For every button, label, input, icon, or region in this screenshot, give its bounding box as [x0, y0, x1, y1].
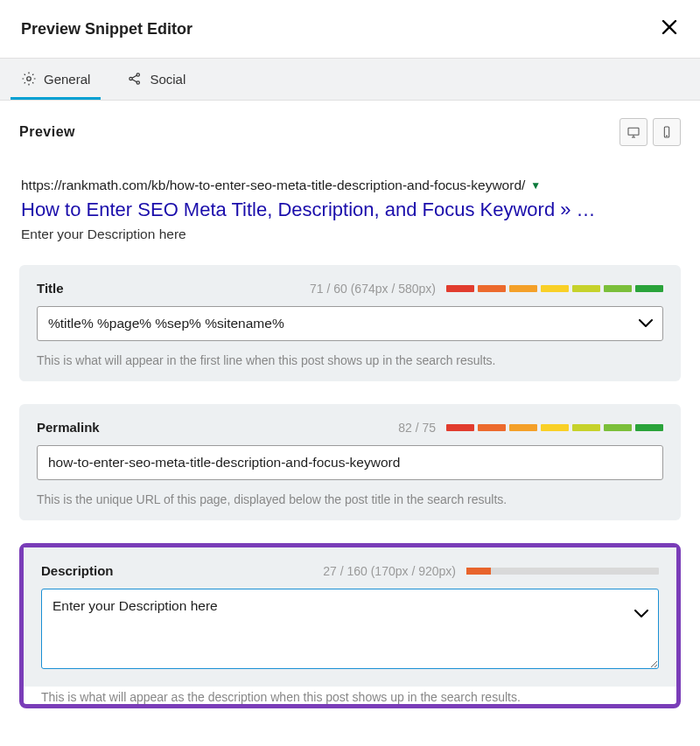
indicator-segment [572, 285, 600, 292]
serp-title: How to Enter SEO Meta Title, Description… [21, 199, 679, 221]
permalink-field-label: Permalink [37, 420, 100, 435]
gear-icon [21, 71, 37, 87]
tab-general[interactable]: General [10, 59, 101, 100]
close-icon [660, 17, 679, 37]
permalink-panel: Permalink 82 / 75 This is the unique URL… [19, 404, 681, 520]
description-panel: Description 27 / 160 (170px / 920px) [24, 547, 676, 687]
indicator-segment [478, 424, 506, 431]
description-help-text: This is what will appear as the descript… [24, 690, 676, 704]
tab-social[interactable]: Social [116, 59, 196, 100]
permalink-counter: 82 / 75 [398, 421, 436, 435]
indicator-segment [509, 424, 537, 431]
title-input-wrap [37, 306, 663, 341]
mobile-icon [660, 125, 674, 139]
serp-url-menu-icon[interactable]: ▼ [530, 179, 541, 192]
svg-rect-4 [628, 128, 639, 135]
svg-point-1 [130, 77, 132, 80]
description-textarea[interactable] [41, 589, 659, 669]
permalink-input[interactable] [37, 445, 663, 480]
svg-point-0 [27, 77, 32, 81]
desktop-icon [626, 125, 640, 139]
permalink-length-indicator [446, 424, 663, 431]
title-length-indicator [446, 285, 663, 292]
title-panel: Title 71 / 60 (674px / 580px) This [19, 265, 681, 381]
title-input[interactable] [37, 306, 663, 341]
title-counter: 71 / 60 (674px / 580px) [310, 282, 436, 296]
preview-label: Preview [19, 124, 75, 140]
title-field-label: Title [37, 281, 64, 296]
description-counter: 27 / 160 (170px / 920px) [323, 564, 456, 578]
modal-title: Preview Snippet Editor [21, 20, 192, 38]
serp-url: https://rankmath.com/kb/how-to-enter-seo… [21, 178, 525, 193]
indicator-segment [572, 424, 600, 431]
indicator-segment [478, 285, 506, 292]
permalink-help-text: This is the unique URL of this page, dis… [37, 492, 663, 506]
serp-url-row: https://rankmath.com/kb/how-to-enter-seo… [21, 178, 679, 193]
description-field-label: Description [41, 563, 114, 578]
indicator-segment [604, 285, 632, 292]
tab-bar: General Social [0, 58, 700, 101]
indicator-segment [446, 424, 474, 431]
close-button[interactable] [660, 17, 679, 40]
title-help-text: This is what will appear in the first li… [37, 353, 663, 367]
description-highlight-box: Description 27 / 160 (170px / 920px) Thi… [19, 543, 681, 708]
serp-preview: https://rankmath.com/kb/how-to-enter-seo… [19, 178, 681, 242]
device-toggle-group [620, 118, 681, 146]
serp-description: Enter your Description here [21, 227, 679, 242]
indicator-segment [635, 285, 663, 292]
indicator-segment [604, 424, 632, 431]
description-length-fill [466, 568, 491, 575]
indicator-segment [541, 424, 569, 431]
tab-general-label: General [44, 72, 90, 87]
description-input-wrap [41, 589, 659, 673]
indicator-segment [635, 424, 663, 431]
modal-header: Preview Snippet Editor [0, 0, 700, 58]
permalink-input-wrap [37, 445, 663, 480]
svg-point-6 [667, 136, 668, 136]
indicator-segment [541, 285, 569, 292]
indicator-segment [446, 285, 474, 292]
indicator-segment [509, 285, 537, 292]
mobile-preview-button[interactable] [653, 118, 681, 146]
tab-social-label: Social [150, 72, 186, 87]
svg-point-2 [136, 73, 139, 76]
svg-point-3 [136, 81, 139, 84]
description-length-indicator [466, 568, 659, 575]
desktop-preview-button[interactable] [620, 118, 648, 146]
preview-header-row: Preview [19, 118, 681, 146]
share-icon [127, 71, 143, 87]
